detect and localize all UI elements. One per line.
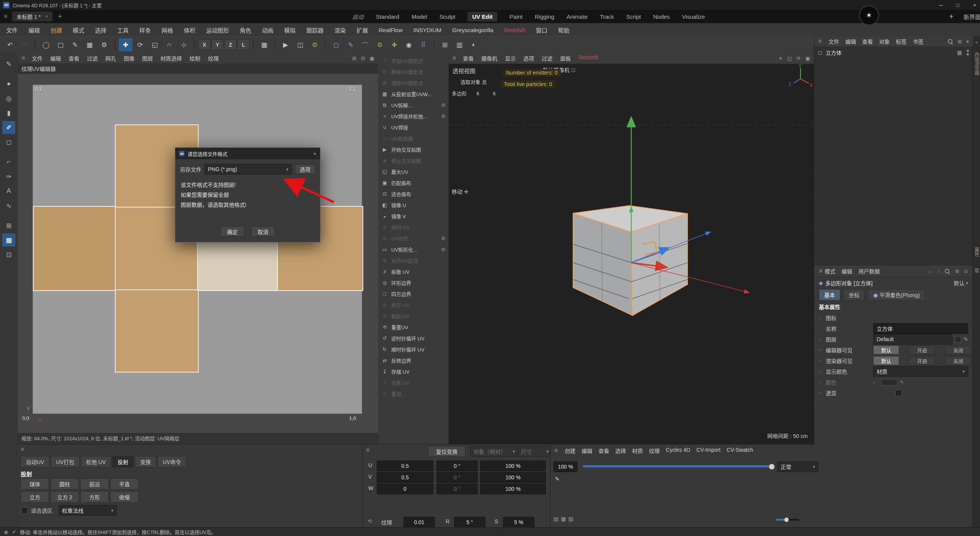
attributes-menu-item[interactable]: 编辑 xyxy=(841,267,852,275)
rotate-tool-icon[interactable]: ⟳ xyxy=(133,38,147,51)
menubar-item[interactable]: 扩展 xyxy=(356,26,368,34)
s-field[interactable]: 5 % xyxy=(503,517,534,528)
menubar-item[interactable]: 样条 xyxy=(139,26,151,34)
menubar-item[interactable]: 工具 xyxy=(117,26,129,34)
layer-edit-icon[interactable]: ✎ xyxy=(964,336,968,342)
viewport-label[interactable]: 透视视图 xyxy=(452,67,475,75)
tab-basic[interactable]: 基本 xyxy=(819,289,840,301)
undo-icon[interactable]: ↶ xyxy=(3,38,17,51)
projection-button[interactable]: 球体 xyxy=(21,478,49,490)
uv-grid-icon[interactable]: ⊞ xyxy=(2,219,15,232)
layout-tab[interactable]: UV Edit xyxy=(467,12,497,21)
projection-button[interactable]: 平直 xyxy=(110,478,139,490)
xray-checkbox[interactable] xyxy=(895,390,902,396)
pencil-icon[interactable]: ✎ xyxy=(555,476,560,482)
menubar-item[interactable]: RealFlow xyxy=(379,27,403,33)
perspective-viewport[interactable]: ≡ 查看摄像机显示选项过滤面板Redshift ✛ ◱ ⟳ ▣ xyxy=(449,53,814,444)
object-manager-menu-item[interactable]: 标签 xyxy=(896,38,906,45)
fit-selection-checkbox[interactable] xyxy=(21,507,28,514)
polygon-tag-icon[interactable]: ▦ xyxy=(957,49,962,56)
x-axis-lock-button[interactable]: X xyxy=(198,39,211,50)
display-color-dropdown[interactable]: 材质▾ xyxy=(873,366,968,377)
uv-editor-menu-item[interactable]: 纹理 xyxy=(208,54,219,62)
layout-tab[interactable]: Standard xyxy=(376,13,399,20)
menubar-item[interactable]: 创建 xyxy=(51,26,62,34)
paint-menu-item[interactable]: 创建 xyxy=(565,447,575,454)
layout-tab[interactable]: Model xyxy=(412,13,427,20)
minimize-button[interactable]: ─ xyxy=(933,0,949,10)
uv-command[interactable]: ⊜ UV对齐... ⚙ xyxy=(378,233,449,244)
layer-view-icon[interactable]: ▤ xyxy=(554,516,559,522)
viewport-menu-item[interactable]: 查看 xyxy=(463,54,474,62)
render-view-icon[interactable]: ▶ xyxy=(279,38,292,51)
object-row-cube[interactable]: ◻ 立方体 ▦ xyxy=(814,47,973,58)
uv-command[interactable]: ⊞ 对齐UV区块 ⚙ xyxy=(378,255,449,266)
coord-system-button[interactable]: L xyxy=(237,39,250,50)
field-icon[interactable]: ✚ xyxy=(387,38,401,51)
rotate-view-icon[interactable]: ⟳ xyxy=(797,56,801,61)
uv-editor-menu-item[interactable]: 查看 xyxy=(69,54,79,62)
object-manager-menu-item[interactable]: 查看 xyxy=(862,38,873,45)
loop-selection-icon[interactable]: ▦ xyxy=(83,38,96,51)
uv-canvas-area[interactable]: 0,1 1,1 1,0 V 0,0 U xyxy=(18,74,378,433)
panel-options-icon[interactable]: ▾ xyxy=(966,39,969,44)
uv-command[interactable]: ◧ 镜像 U ⚙ xyxy=(378,199,449,211)
transform-size-dropdown[interactable]: 尺寸▾ xyxy=(518,446,552,457)
refresh-icon[interactable]: ⟲ xyxy=(368,518,372,524)
live-selection-icon[interactable]: ◯ xyxy=(39,38,53,51)
reset-transform-button[interactable]: 复位变换 xyxy=(428,446,466,457)
uv-command[interactable]: ⊡ 适合画布 ⚙ xyxy=(378,188,449,199)
move-tool-icon[interactable]: ✚ xyxy=(119,38,132,51)
layer-stack-icon[interactable]: ▧ xyxy=(568,516,573,522)
uv-command[interactable]: ↧ 存储 UV ⚙ xyxy=(378,366,449,377)
uv-command[interactable]: ↻ 顺时针循环 UV ⚙ xyxy=(378,344,449,355)
weight-dropdown[interactable]: 权重法线▾ xyxy=(59,505,117,516)
uv-command[interactable]: ■ 停止交互贴图 ⚙ xyxy=(378,155,449,166)
layout-tab[interactable]: Animate xyxy=(567,13,588,20)
dialog-close-icon[interactable]: × xyxy=(313,151,316,157)
gear-icon[interactable]: ⚙ xyxy=(955,268,959,274)
new-document-tab-button[interactable]: + xyxy=(58,13,62,21)
workplane-icon[interactable]: ▦ xyxy=(257,38,271,51)
cancel-button[interactable]: 取消 xyxy=(251,226,275,237)
uv-command[interactable]: □ 四方边界 ⚙ xyxy=(378,288,449,299)
paint-menu-item[interactable]: 查看 xyxy=(598,447,609,454)
uv-editor-menu-item[interactable]: 网孔 xyxy=(105,54,116,62)
blend-mode-dropdown[interactable]: 正常▾ xyxy=(777,461,818,472)
spline-tool-icon[interactable]: ∿ xyxy=(2,199,15,212)
pan-view-icon[interactable]: ✛ xyxy=(779,56,783,61)
uv-shell-bottom[interactable] xyxy=(115,289,199,373)
renderer-visible-on[interactable]: 开启 xyxy=(909,356,935,365)
ring-select-icon[interactable]: ◎ xyxy=(2,92,15,105)
uv-command[interactable]: ⊠ 清除UV固定点 ⚙ xyxy=(378,77,449,88)
renderer-visible-off[interactable]: 关闭 xyxy=(945,356,971,365)
paint-menu-item[interactable]: 纹理 xyxy=(649,447,660,454)
uv-editor-menu-item[interactable]: 过滤 xyxy=(87,54,98,62)
object-manager-menu-item[interactable]: 编辑 xyxy=(845,38,856,45)
layout-tab[interactable]: Nodes xyxy=(653,13,670,20)
uv-command[interactable]: ▦ 从投射设置UVW... ⚙ xyxy=(378,88,449,100)
layer-grid-icon[interactable]: ▦ xyxy=(561,516,566,522)
object-manager-menu-icon[interactable]: ≡ xyxy=(818,38,822,45)
paint-menu-item[interactable]: 材质 xyxy=(632,447,643,454)
uv-editor-menu-item[interactable]: 材质选择 xyxy=(160,54,182,62)
mini-slider-handle[interactable] xyxy=(784,517,789,522)
keyframe-dot-icon[interactable]: ○ xyxy=(819,348,823,352)
collapse-panel-icon[interactable]: « xyxy=(975,40,978,44)
menubar-item[interactable]: INSYDIUM xyxy=(413,27,441,33)
uv-command[interactable]: ⊕ 粘贴 UV ⚙ xyxy=(378,310,449,322)
uv-command[interactable]: ▭ UV矩形化... ⚙ xyxy=(378,244,449,255)
ok-button[interactable]: 确定 xyxy=(220,226,244,237)
projection-button[interactable]: 方形 xyxy=(80,491,109,503)
menubar-item[interactable]: 选择 xyxy=(95,26,106,34)
rotate-field[interactable]: 0 ° xyxy=(436,484,478,494)
editor-visible-off[interactable]: 关闭 xyxy=(945,345,971,355)
uv-command[interactable]: ↺ 逆时针循环 UV ⚙ xyxy=(378,333,449,344)
lock-panel-icon[interactable]: ⊟ xyxy=(361,56,365,61)
magnet-tool-icon[interactable]: ∩ xyxy=(162,38,176,51)
texture-field[interactable]: 0.01 xyxy=(403,517,435,528)
camera-icon[interactable]: ⊡ xyxy=(571,67,576,73)
edge-tool-icon[interactable]: ⌐ xyxy=(2,155,15,168)
display-mode-icon[interactable]: ◐ xyxy=(467,38,481,51)
close-button[interactable]: × xyxy=(966,0,980,10)
